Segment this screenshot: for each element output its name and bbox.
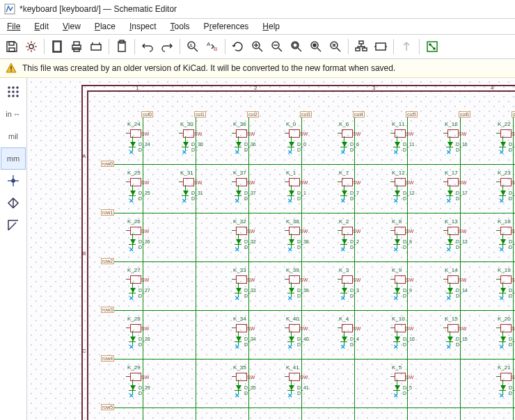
key-cell[interactable]: K_28SW✕D_28D [126, 316, 173, 356]
key-cell[interactable]: K_30SW✕D_30D [179, 121, 226, 161]
key-cell[interactable]: K_31SW✕D_31D [179, 170, 226, 210]
redo-icon[interactable] [158, 38, 176, 56]
menu-place[interactable]: Place [89, 20, 121, 33]
key-cell[interactable]: K_38SW✕D_38D [285, 218, 332, 259]
key-cell[interactable]: K_21SW✕D_21D [496, 364, 515, 405]
diode-symbol[interactable] [130, 385, 136, 390]
diode-symbol[interactable] [130, 191, 136, 195]
diode-symbol[interactable] [395, 288, 400, 293]
row-net-label[interactable]: row1 [101, 209, 114, 216]
key-cell[interactable]: K_4SW✕D_4D [338, 316, 385, 356]
diode-symbol[interactable] [447, 288, 453, 293]
diode-symbol[interactable] [447, 142, 453, 147]
diode-symbol[interactable] [289, 142, 294, 147]
diode-symbol[interactable] [236, 385, 241, 390]
hidden-pins-button[interactable] [1, 192, 26, 214]
key-cell[interactable]: K_19SW✕D_19D [496, 267, 515, 307]
cursor-shape-button[interactable] [1, 170, 26, 192]
diode-symbol[interactable] [342, 288, 347, 293]
column-net-label[interactable]: col5 [406, 111, 418, 118]
save-icon[interactable] [3, 38, 21, 56]
diode-symbol[interactable] [236, 191, 241, 195]
key-cell[interactable]: K_26SW✕D_26D [126, 218, 173, 259]
unit-mm-button[interactable]: mm [1, 147, 26, 170]
key-cell[interactable]: K_9SW✕D_9D [390, 267, 438, 307]
key-cell[interactable]: K_40SW✕D_40D [285, 316, 332, 356]
diode-symbol[interactable] [395, 142, 400, 147]
diode-symbol[interactable] [342, 191, 347, 195]
diode-symbol[interactable] [500, 239, 506, 244]
row-net-label[interactable]: row3 [101, 307, 114, 313]
key-cell[interactable]: K_16SW✕D_16D [443, 121, 491, 161]
key-cell[interactable]: K_41SW✕D_41D [285, 364, 332, 405]
key-cell[interactable]: K_25SW✕D_25D [126, 170, 173, 210]
diode-symbol[interactable] [447, 337, 453, 341]
diode-symbol[interactable] [236, 337, 241, 341]
key-cell[interactable]: K_11SW✕D_11D [390, 121, 438, 161]
show-grid-button[interactable] [1, 81, 26, 103]
row-net-label[interactable]: row4 [101, 355, 114, 362]
zoom-objects-icon[interactable] [307, 38, 325, 56]
column-net-label[interactable]: col1 [194, 111, 206, 118]
key-cell[interactable]: K_29SW✕D_29D [126, 364, 173, 405]
diode-symbol[interactable] [130, 337, 136, 341]
key-cell[interactable]: K_2SW✕D_2D [338, 218, 385, 259]
column-net-label[interactable]: col7 [512, 111, 515, 118]
menu-inspect[interactable]: Inspect [124, 20, 162, 33]
diode-symbol[interactable] [500, 288, 506, 293]
diode-symbol[interactable] [395, 385, 400, 390]
key-cell[interactable]: K_37SW✕D_37D [232, 170, 279, 210]
menu-preferences[interactable]: Preferences [198, 20, 255, 33]
key-cell[interactable]: K_13SW✕D_13D [443, 218, 491, 259]
page-settings-icon[interactable] [48, 38, 66, 56]
diode-symbol[interactable] [289, 239, 294, 244]
diode-symbol[interactable] [236, 239, 241, 244]
key-cell[interactable]: K_3SW✕D_3D [338, 267, 385, 307]
key-cell[interactable]: K_12SW✕D_12D [390, 170, 438, 210]
find-icon[interactable]: A [184, 38, 202, 56]
print-icon[interactable] [68, 38, 86, 56]
key-cell[interactable]: K_20SW✕D_20D [496, 316, 515, 356]
diode-symbol[interactable] [500, 142, 506, 147]
free-angle-button[interactable] [1, 214, 26, 236]
undo-icon[interactable] [138, 38, 157, 56]
menu-help[interactable]: Help [257, 20, 285, 33]
zoom-in-icon[interactable] [248, 38, 267, 56]
diode-symbol[interactable] [342, 142, 347, 147]
diode-symbol[interactable] [183, 191, 189, 195]
diode-symbol[interactable] [130, 142, 136, 147]
key-cell[interactable]: K_15SW✕D_15D [443, 316, 491, 356]
zoom-selection-icon[interactable] [326, 38, 344, 56]
key-cell[interactable]: K_33SW✕D_33D [232, 267, 279, 307]
column-net-label[interactable]: col2 [247, 111, 259, 118]
key-cell[interactable]: K_34SW✕D_34D [232, 316, 279, 356]
key-cell[interactable]: K_23SW✕D_23D [496, 170, 515, 210]
diode-symbol[interactable] [500, 191, 506, 195]
diode-symbol[interactable] [289, 191, 294, 195]
key-cell[interactable]: K_1SW✕D_1D [285, 170, 332, 210]
unit-in-button[interactable]: in↔ [1, 103, 26, 125]
key-cell[interactable]: K_8SW✕D_8D [390, 218, 438, 259]
column-net-label[interactable]: col4 [353, 111, 365, 118]
diode-symbol[interactable] [130, 288, 136, 293]
pcb-icon[interactable] [423, 38, 441, 56]
key-cell[interactable]: K_27SW✕D_27D [126, 267, 173, 307]
diode-symbol[interactable] [342, 337, 347, 341]
column-net-label[interactable]: col3 [300, 111, 312, 118]
symbol-editor-icon[interactable] [372, 38, 390, 56]
row-net-label[interactable]: row5 [101, 404, 114, 410]
diode-symbol[interactable] [289, 337, 294, 341]
column-net-label[interactable]: col0 [141, 111, 153, 118]
key-cell[interactable]: K_35SW✕D_35D [232, 364, 279, 405]
menu-edit[interactable]: Edit [29, 20, 54, 33]
diode-symbol[interactable] [342, 239, 347, 244]
key-cell[interactable]: K_5SW✕D_5D [390, 364, 438, 405]
menu-tools[interactable]: Tools [165, 20, 196, 33]
diode-symbol[interactable] [183, 142, 189, 147]
menu-file[interactable]: File [1, 20, 26, 33]
hierarchy-icon[interactable] [352, 38, 370, 56]
diode-symbol[interactable] [395, 239, 400, 244]
schematic-canvas[interactable]: ABC 1234 col0col1col2col3col4col5col6col… [27, 78, 515, 420]
zoom-out-icon[interactable] [268, 38, 286, 56]
key-cell[interactable]: K_6SW✕D_6D [338, 121, 385, 161]
